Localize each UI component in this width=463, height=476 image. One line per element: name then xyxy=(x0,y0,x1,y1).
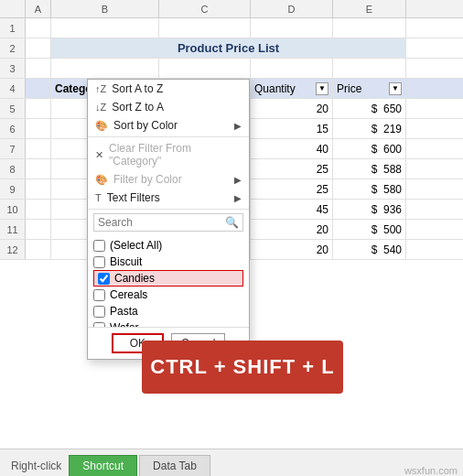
col-C: C xyxy=(159,0,251,17)
filter-color-icon: 🎨 xyxy=(95,174,108,186)
list-item[interactable]: Wafer xyxy=(93,319,243,327)
sort-az-label: Sort A to Z xyxy=(112,82,163,95)
sort-za-item[interactable]: ↓Z Sort Z to A xyxy=(88,98,249,116)
search-input[interactable] xyxy=(98,216,225,229)
shortcut-box: CTRL + SHIFT + L xyxy=(142,341,343,394)
sort-color-arrow: ▶ xyxy=(234,121,242,131)
select-all-checkbox[interactable] xyxy=(93,240,105,252)
sort-az-icon: ↑Z xyxy=(95,83,106,94)
sort-az-item[interactable]: ↑Z Sort A to Z xyxy=(88,80,249,98)
right-click-label: Right-click xyxy=(4,456,69,476)
text-filters-icon: T xyxy=(95,192,102,203)
sort-za-label: Sort Z to A xyxy=(112,101,164,114)
filter-by-color-label: Filter by Color xyxy=(113,173,182,186)
filter-by-color-item: 🎨 Filter by Color ▶ xyxy=(88,170,249,189)
text-filters-arrow: ▶ xyxy=(234,193,242,203)
sort-by-color-item[interactable]: 🎨 Sort by Color ▶ xyxy=(88,116,249,135)
list-item[interactable]: (Select All) xyxy=(93,237,243,254)
biscuit-label: Biscuit xyxy=(110,255,142,268)
cereals-label: Cereals xyxy=(110,288,147,301)
clear-filter-item: ✕ Clear Filter From "Category" xyxy=(88,139,249,170)
title-cell: Product Price List xyxy=(51,38,406,58)
table-row: 3 xyxy=(0,59,463,79)
pasta-label: Pasta xyxy=(110,305,138,318)
sort-za-icon: ↓Z xyxy=(95,102,106,113)
col-headers: A B C D E xyxy=(0,0,463,18)
col-B: B xyxy=(51,0,159,17)
shortcut-text: CTRL + SHIFT + L xyxy=(150,355,334,379)
price-header: Price xyxy=(337,82,361,95)
watermark: wsxfun.com xyxy=(404,460,463,476)
search-box[interactable]: 🔍 xyxy=(93,213,243,232)
list-item-candies[interactable]: Candies xyxy=(93,270,243,287)
cereals-checkbox[interactable] xyxy=(93,289,105,301)
wafer-label: Wafer xyxy=(110,321,139,327)
table-row: 2 Product Price List xyxy=(0,38,463,59)
filter-color-arrow: ▶ xyxy=(234,175,242,185)
sort-by-color-label: Sort by Color xyxy=(113,119,178,132)
clear-filter-icon: ✕ xyxy=(95,149,103,161)
list-item[interactable]: Cereals xyxy=(93,287,243,303)
wafer-checkbox[interactable] xyxy=(93,322,105,328)
col-E: E xyxy=(333,0,406,17)
spreadsheet: A B C D E 1 2 Product Price List 3 xyxy=(0,0,463,476)
tab-bar: Right-click Shortcut Data Tab wsxfun.com xyxy=(0,449,463,476)
price-filter-btn[interactable]: ▼ xyxy=(389,82,402,95)
candies-label: Candies xyxy=(114,272,155,285)
sort-color-icon: 🎨 xyxy=(95,120,108,132)
search-icon: 🔍 xyxy=(225,216,239,229)
text-filters-item[interactable]: T Text Filters ▶ xyxy=(88,189,249,207)
col-D: D xyxy=(251,0,333,17)
candies-checkbox[interactable] xyxy=(98,273,110,285)
biscuit-checkbox[interactable] xyxy=(93,256,105,268)
quantity-header: Quantity xyxy=(254,82,296,95)
clear-filter-label: Clear Filter From "Category" xyxy=(109,142,242,168)
quantity-filter-btn[interactable]: ▼ xyxy=(316,82,328,95)
shortcut-tab[interactable]: Shortcut xyxy=(69,455,137,476)
filter-list: (Select All) Biscuit Candies Cereals Pas… xyxy=(88,235,249,327)
text-filters-label: Text Filters xyxy=(107,191,160,204)
col-A: A xyxy=(26,0,51,17)
table-row: 1 xyxy=(0,18,463,38)
filter-dropdown: ↑Z Sort A to Z ↓Z Sort Z to A 🎨 Sort by … xyxy=(87,79,250,360)
row-num-header xyxy=(0,0,26,17)
list-item[interactable]: Biscuit xyxy=(93,254,243,270)
list-item[interactable]: Pasta xyxy=(93,303,243,319)
divider-1 xyxy=(88,136,249,137)
data-tab[interactable]: Data Tab xyxy=(139,455,210,476)
divider-2 xyxy=(88,209,249,210)
pasta-checkbox[interactable] xyxy=(93,306,105,318)
select-all-label: (Select All) xyxy=(110,239,162,252)
